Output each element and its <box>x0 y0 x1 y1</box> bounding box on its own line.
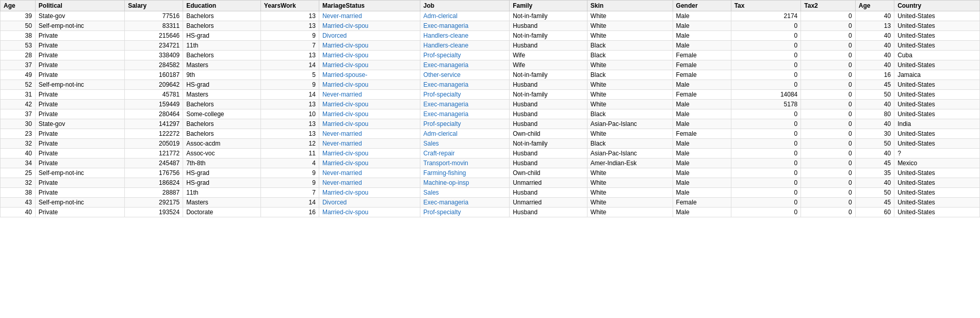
cell-family: Unmarried <box>510 198 587 208</box>
cell-mariagestatus: Married-civ-spou <box>319 119 420 129</box>
cell-mariagestatus: Never-married <box>319 11 420 21</box>
cell-tax2: 0 <box>801 178 856 188</box>
cell-skin: White <box>587 208 673 217</box>
cell-family: Wife <box>510 51 587 60</box>
cell-job: Other-service <box>420 70 509 80</box>
cell-country: United-States <box>894 198 980 208</box>
cell-tax: 0 <box>731 70 801 80</box>
cell-yearswork: 12 <box>260 139 319 149</box>
col-header-gender: Gender <box>673 1 731 11</box>
cell-family: Not-in-family <box>510 11 587 21</box>
cell-age: 23 <box>1 129 36 139</box>
cell-education: HS-grad <box>183 178 261 188</box>
cell-education: Doctorate <box>183 208 261 217</box>
cell-tax2: 0 <box>801 80 856 90</box>
table-row: 42Private159449Bachelors13Married-civ-sp… <box>1 100 980 109</box>
cell-gender: Male <box>673 178 731 188</box>
cell-tax2: 0 <box>801 109 856 119</box>
cell-job: Machine-op-insp <box>420 178 509 188</box>
cell-skin: White <box>587 198 673 208</box>
cell-yearswork: 14 <box>260 60 319 70</box>
cell-tax2: 0 <box>801 21 856 31</box>
cell-yearswork: 13 <box>260 100 319 109</box>
cell-job: Exec-manageria <box>420 109 509 119</box>
cell-tax2: 0 <box>801 119 856 129</box>
cell-yearswork: 10 <box>260 109 319 119</box>
cell-yearswork: 13 <box>260 119 319 129</box>
cell-age: 37 <box>1 60 36 70</box>
cell-salary: 83311 <box>125 21 183 31</box>
cell-age: 43 <box>1 198 36 208</box>
cell-mariagestatus: Never-married <box>319 129 420 139</box>
cell-salary: 234721 <box>125 41 183 51</box>
cell-country: United-States <box>894 21 980 31</box>
cell-age2: 80 <box>855 109 894 119</box>
cell-education: Assoc-voc <box>183 149 261 158</box>
cell-yearswork: 14 <box>260 198 319 208</box>
cell-yearswork: 9 <box>260 168 319 178</box>
cell-political: Private <box>35 51 124 60</box>
cell-family: Not-in-family <box>510 139 587 149</box>
cell-job: Transport-movin <box>420 158 509 168</box>
cell-job: Sales <box>420 188 509 198</box>
cell-tax: 0 <box>731 149 801 158</box>
cell-job: Prof-specialty <box>420 90 509 100</box>
cell-gender: Male <box>673 119 731 129</box>
cell-mariagestatus: Never-married <box>319 168 420 178</box>
cell-education: Bachelors <box>183 51 261 60</box>
cell-age2: 40 <box>855 178 894 188</box>
cell-tax: 0 <box>731 60 801 70</box>
cell-tax: 0 <box>731 188 801 198</box>
cell-tax: 0 <box>731 41 801 51</box>
cell-gender: Female <box>673 60 731 70</box>
cell-mariagestatus: Never-married <box>319 90 420 100</box>
cell-tax2: 0 <box>801 60 856 70</box>
cell-family: Husband <box>510 119 587 129</box>
cell-tax: 0 <box>731 31 801 41</box>
cell-yearswork: 7 <box>260 41 319 51</box>
cell-age2: 50 <box>855 139 894 149</box>
cell-tax: 0 <box>731 80 801 90</box>
cell-political: State-gov <box>35 119 124 129</box>
cell-country: Jamaica <box>894 70 980 80</box>
cell-age: 37 <box>1 109 36 119</box>
cell-gender: Male <box>673 100 731 109</box>
cell-political: Private <box>35 60 124 70</box>
cell-tax: 0 <box>731 168 801 178</box>
cell-education: Bachelors <box>183 21 261 31</box>
cell-age: 32 <box>1 178 36 188</box>
cell-salary: 122272 <box>125 129 183 139</box>
cell-salary: 245487 <box>125 158 183 168</box>
cell-political: State-gov <box>35 11 124 21</box>
cell-skin: Asian-Pac-Islanc <box>587 149 673 158</box>
cell-age: 49 <box>1 70 36 80</box>
table-row: 50Self-emp-not-inc83311Bachelors13Marrie… <box>1 21 980 31</box>
cell-tax: 0 <box>731 158 801 168</box>
cell-country: United-States <box>894 139 980 149</box>
cell-gender: Male <box>673 208 731 217</box>
cell-gender: Male <box>673 188 731 198</box>
cell-salary: 215646 <box>125 31 183 41</box>
cell-skin: White <box>587 11 673 21</box>
cell-country: Cuba <box>894 51 980 60</box>
table-row: 43Self-emp-not-inc292175Masters14Divorce… <box>1 198 980 208</box>
cell-yearswork: 9 <box>260 31 319 41</box>
cell-tax2: 0 <box>801 70 856 80</box>
cell-gender: Male <box>673 80 731 90</box>
cell-job: Adm-clerical <box>420 11 509 21</box>
cell-skin: White <box>587 21 673 31</box>
cell-salary: 205019 <box>125 139 183 149</box>
cell-family: Husband <box>510 100 587 109</box>
cell-tax2: 0 <box>801 158 856 168</box>
cell-age: 50 <box>1 21 36 31</box>
cell-family: Husband <box>510 188 587 198</box>
cell-country: United-States <box>894 178 980 188</box>
cell-gender: Female <box>673 90 731 100</box>
cell-salary: 160187 <box>125 70 183 80</box>
col-header-tax: Tax <box>731 1 801 11</box>
cell-yearswork: 16 <box>260 208 319 217</box>
cell-job: Exec-manageria <box>420 198 509 208</box>
cell-family: Own-child <box>510 129 587 139</box>
cell-family: Not-in-family <box>510 31 587 41</box>
cell-age2: 30 <box>855 129 894 139</box>
